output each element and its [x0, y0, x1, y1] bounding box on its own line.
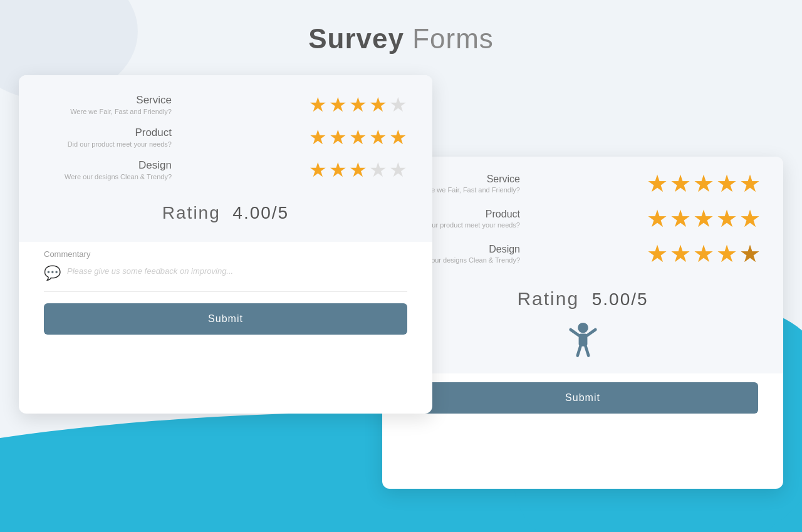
svg-line-2: [570, 330, 578, 335]
service-star-2[interactable]: ★: [329, 95, 347, 115]
card-divider-1: [44, 291, 407, 292]
design-rating-row-2: Design Were our designs Clean & Trendy? …: [405, 242, 761, 266]
s2-service-star-1[interactable]: ★: [647, 172, 668, 196]
s2-design-star-3[interactable]: ★: [693, 242, 714, 266]
design-stars[interactable]: ★ ★ ★ ★ ★: [309, 160, 407, 180]
design-label: Design Were our designs Clean & Trendy?: [44, 159, 182, 180]
svg-line-5: [585, 347, 588, 356]
s2-service-star-2[interactable]: ★: [670, 172, 691, 196]
card-1-body: Service Were we Fair, Fast and Friendly?…: [19, 75, 432, 242]
service-star-1[interactable]: ★: [309, 95, 327, 115]
svg-line-4: [577, 347, 580, 356]
product-label: Product Did our product meet your needs?: [44, 127, 182, 148]
product-stars-2[interactable]: ★ ★ ★ ★ ★: [647, 207, 761, 231]
card-2-body: Service Were we Fair, Fast and Friendly?…: [382, 157, 783, 373]
product-stars[interactable]: ★ ★ ★ ★ ★: [309, 127, 407, 147]
submit-button-2[interactable]: Submit: [407, 382, 758, 414]
s2-service-star-3[interactable]: ★: [693, 172, 714, 196]
product-star-3[interactable]: ★: [349, 127, 367, 147]
s2-product-star-4[interactable]: ★: [716, 207, 737, 231]
design-star-3[interactable]: ★: [349, 160, 367, 180]
service-star-4[interactable]: ★: [369, 95, 387, 115]
service-rating-row: Service Were we Fair, Fast and Friendly?…: [44, 94, 407, 115]
survey-card-1: Service Were we Fair, Fast and Friendly?…: [19, 75, 432, 414]
service-stars-2[interactable]: ★ ★ ★ ★ ★: [647, 172, 761, 196]
s2-design-star-5[interactable]: ★: [739, 242, 761, 266]
s2-service-star-4[interactable]: ★: [716, 172, 737, 196]
service-stars[interactable]: ★ ★ ★ ★ ★: [309, 95, 407, 115]
s2-product-star-2[interactable]: ★: [670, 207, 691, 231]
s2-product-star-3[interactable]: ★: [693, 207, 714, 231]
design-star-4[interactable]: ★: [369, 160, 387, 180]
s2-design-star-4[interactable]: ★: [716, 242, 737, 266]
service-star-5[interactable]: ★: [389, 95, 407, 115]
commentary-label: Commentary: [44, 249, 407, 259]
cards-container: Service Were we Fair, Fast and Friendly?…: [0, 75, 802, 489]
design-rating-row: Design Were our designs Clean & Trendy? …: [44, 159, 407, 180]
comment-icon: 💬: [44, 265, 61, 281]
product-rating-row-2: Product Did our product meet your needs?…: [405, 207, 761, 231]
product-star-4[interactable]: ★: [369, 127, 387, 147]
svg-point-0: [578, 323, 588, 333]
product-rating-row: Product Did our product meet your needs?…: [44, 127, 407, 148]
svg-line-3: [587, 330, 595, 335]
product-star-1[interactable]: ★: [309, 127, 327, 147]
commentary-input[interactable]: Please give us some feedback on improvin…: [67, 264, 233, 278]
s2-design-star-2[interactable]: ★: [670, 242, 691, 266]
happy-figure: [405, 316, 761, 363]
product-star-2[interactable]: ★: [329, 127, 347, 147]
rating-display-2: Rating 5.00/5: [405, 277, 761, 316]
s2-design-star-1[interactable]: ★: [647, 242, 668, 266]
design-stars-2[interactable]: ★ ★ ★ ★ ★: [647, 242, 761, 266]
commentary-section: Commentary 💬 Please give us some feedbac…: [19, 242, 432, 291]
design-star-5[interactable]: ★: [389, 160, 407, 180]
s2-product-star-1[interactable]: ★: [647, 207, 668, 231]
rating-display-1: Rating 4.00/5: [44, 192, 407, 229]
submit-button-1[interactable]: Submit: [44, 303, 407, 335]
service-label: Service Were we Fair, Fast and Friendly?: [44, 94, 182, 115]
happy-person-icon: [566, 322, 600, 360]
design-star-2[interactable]: ★: [329, 160, 347, 180]
s2-product-star-5[interactable]: ★: [739, 207, 761, 231]
survey-card-2: Service Were we Fair, Fast and Friendly?…: [382, 157, 783, 489]
product-star-5[interactable]: ★: [389, 127, 407, 147]
page-title: Survey Forms: [0, 23, 802, 55]
service-rating-row-2: Service Were we Fair, Fast and Friendly?…: [405, 172, 761, 196]
commentary-input-row: 💬 Please give us some feedback on improv…: [44, 264, 407, 281]
s2-service-star-5[interactable]: ★: [739, 172, 761, 196]
design-star-1[interactable]: ★: [309, 160, 327, 180]
service-star-3[interactable]: ★: [349, 95, 367, 115]
